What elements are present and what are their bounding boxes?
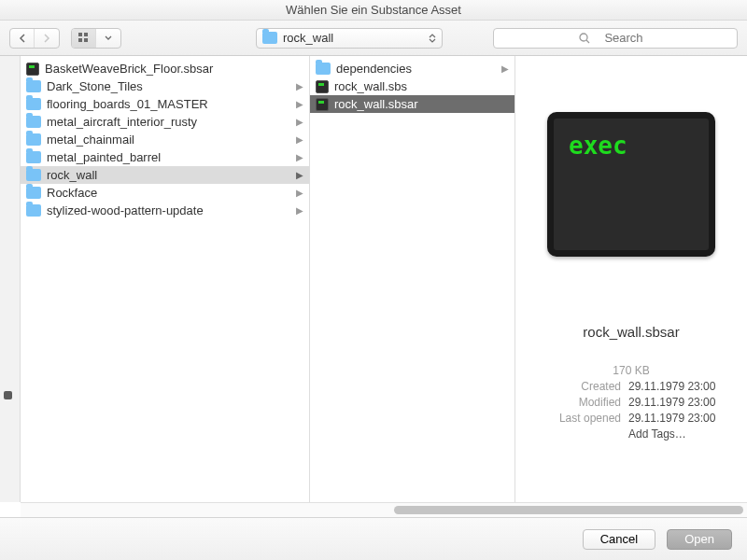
nav-back-button[interactable] bbox=[10, 29, 35, 48]
sidebar bbox=[0, 56, 21, 502]
path-dropdown[interactable]: rock_wall bbox=[256, 28, 443, 49]
chevron-right-icon: ▶ bbox=[296, 188, 303, 198]
list-item[interactable]: rock_wall▶ bbox=[21, 166, 309, 184]
exec-file-icon bbox=[26, 63, 39, 76]
svg-rect-3 bbox=[84, 38, 88, 42]
list-item[interactable]: metal_chainmail▶ bbox=[21, 131, 309, 148]
list-item[interactable]: metal_painted_barrel▶ bbox=[21, 148, 309, 166]
meta-created-label: Created bbox=[537, 380, 621, 393]
sidebar-marker bbox=[4, 391, 12, 399]
chevron-right-icon: ▶ bbox=[296, 134, 303, 145]
list-item-label: dependencies bbox=[336, 62, 412, 76]
list-item-label: flooring_boards_01_MASTER bbox=[47, 97, 208, 111]
chevron-right-icon: ▶ bbox=[296, 152, 303, 162]
view-icons-button[interactable] bbox=[72, 29, 96, 48]
folder-icon bbox=[316, 63, 331, 75]
search-icon bbox=[579, 33, 590, 44]
list-item-label: Rockface bbox=[47, 186, 97, 200]
thumbnail-text: exec bbox=[569, 132, 627, 160]
list-item-label: metal_painted_barrel bbox=[47, 150, 161, 164]
folder-icon bbox=[26, 151, 41, 163]
chevron-right-icon: ▶ bbox=[296, 170, 303, 180]
preview-filename: rock_wall.sbsar bbox=[583, 324, 679, 340]
list-item-label: rock_wall.sbsar bbox=[334, 97, 418, 111]
chevron-updown-icon bbox=[429, 34, 436, 43]
list-item-label: BasketWeaveBrick_Floor.sbsar bbox=[45, 62, 213, 76]
scrollbar-thumb[interactable] bbox=[394, 506, 743, 514]
view-dropdown-button[interactable] bbox=[96, 29, 120, 48]
exec-file-icon bbox=[316, 98, 329, 111]
chevron-right-icon: ▶ bbox=[296, 117, 303, 127]
folder-icon bbox=[262, 32, 277, 44]
svg-point-4 bbox=[580, 34, 587, 41]
add-tags-link[interactable]: Add Tags… bbox=[628, 427, 726, 441]
path-label: rock_wall bbox=[283, 31, 333, 45]
folder-icon bbox=[26, 98, 41, 110]
exec-file-icon bbox=[316, 80, 329, 93]
svg-rect-1 bbox=[84, 33, 88, 36]
chevron-right-icon: ▶ bbox=[501, 63, 509, 74]
preview-pane: exec rock_wall.sbsar 170 KB Created29.11… bbox=[515, 56, 747, 502]
open-button[interactable]: Open bbox=[667, 529, 732, 550]
horizontal-scrollbar[interactable] bbox=[21, 502, 747, 517]
list-item-label: metal_chainmail bbox=[47, 133, 134, 147]
chevron-right-icon: ▶ bbox=[296, 99, 303, 109]
meta-modified-value: 29.11.1979 23:00 bbox=[628, 396, 726, 409]
window-title: Wählen Sie ein Substance Asset bbox=[0, 0, 747, 21]
list-item[interactable]: Rockface▶ bbox=[21, 184, 309, 202]
toolbar: rock_wall bbox=[0, 21, 747, 56]
chevron-down-icon bbox=[105, 35, 112, 41]
chevron-right-icon: ▶ bbox=[296, 81, 303, 91]
folder-icon bbox=[26, 204, 41, 217]
list-item[interactable]: BasketWeaveBrick_Floor.sbsar bbox=[21, 60, 309, 77]
svg-line-5 bbox=[586, 40, 589, 43]
list-item[interactable]: Dark_Stone_Tiles▶ bbox=[21, 77, 309, 95]
svg-rect-0 bbox=[78, 33, 82, 36]
list-item[interactable]: metal_aircraft_interior_rusty▶ bbox=[21, 113, 309, 131]
svg-rect-2 bbox=[78, 38, 82, 42]
list-item[interactable]: stylized-wood-pattern-update▶ bbox=[21, 202, 309, 219]
list-item-label: rock_wall bbox=[47, 168, 97, 182]
folder-icon bbox=[26, 80, 41, 92]
list-item[interactable]: rock_wall.sbs bbox=[310, 77, 514, 95]
view-mode-switch[interactable] bbox=[71, 28, 121, 49]
list-item-label: stylized-wood-pattern-update bbox=[47, 203, 204, 217]
meta-created-value: 29.11.1979 23:00 bbox=[628, 380, 726, 393]
list-item-label: metal_aircraft_interior_rusty bbox=[47, 115, 197, 129]
list-item[interactable]: rock_wall.sbsar bbox=[310, 95, 514, 113]
folder-icon bbox=[26, 133, 41, 146]
column-2: dependencies▶rock_wall.sbsrock_wall.sbsa… bbox=[310, 56, 515, 502]
chevron-left-icon bbox=[19, 34, 26, 43]
chevron-right-icon: ▶ bbox=[296, 205, 303, 216]
list-item-label: rock_wall.sbs bbox=[334, 79, 407, 93]
meta-lastopened-value: 29.11.1979 23:00 bbox=[628, 412, 726, 425]
file-thumbnail: exec bbox=[547, 112, 715, 257]
grid-icon bbox=[78, 33, 90, 44]
cancel-button[interactable]: Cancel bbox=[583, 529, 655, 550]
meta-modified-label: Modified bbox=[537, 396, 621, 409]
list-item[interactable]: dependencies▶ bbox=[310, 60, 514, 77]
folder-icon bbox=[26, 169, 41, 181]
nav-back-forward[interactable] bbox=[9, 28, 60, 49]
search-input[interactable] bbox=[596, 31, 652, 45]
chevron-right-icon bbox=[43, 34, 50, 43]
meta-lastopened-label: Last opened bbox=[537, 412, 621, 425]
list-item-label: Dark_Stone_Tiles bbox=[47, 79, 143, 93]
footer: Cancel Open bbox=[0, 517, 747, 560]
search-field[interactable] bbox=[493, 28, 738, 49]
folder-icon bbox=[26, 187, 41, 199]
column-1: BasketWeaveBrick_Floor.sbsarDark_Stone_T… bbox=[21, 56, 310, 502]
folder-icon bbox=[26, 116, 41, 128]
nav-forward-button[interactable] bbox=[35, 29, 59, 48]
preview-size: 170 KB bbox=[613, 364, 649, 377]
list-item[interactable]: flooring_boards_01_MASTER▶ bbox=[21, 95, 309, 113]
